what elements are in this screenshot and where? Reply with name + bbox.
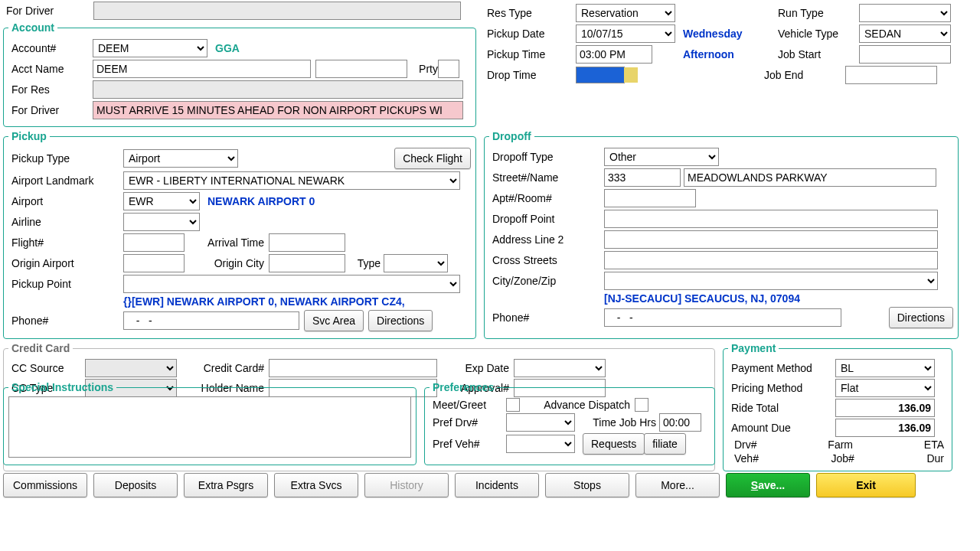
apt-input[interactable] (604, 189, 696, 207)
pickup-directions-button[interactable]: Directions (368, 310, 433, 331)
dropoff-type-select[interactable]: Other (604, 148, 719, 166)
landmark-select[interactable]: EWR - LIBERTY INTERNATIONAL NEWARK (123, 171, 460, 190)
method-label: Payment Method (728, 362, 835, 374)
drop-time-label: Drop Time (484, 69, 576, 81)
time-job-input[interactable] (659, 413, 701, 432)
airport-label: Airport (8, 195, 123, 207)
cross-label: Cross Streets (489, 254, 604, 266)
dropoff-phone-input[interactable] (604, 308, 841, 327)
job-end-input[interactable] (845, 66, 937, 84)
for-driver-label: For Driver (8, 104, 93, 116)
stops-button[interactable]: Stops (545, 473, 629, 497)
street-no-input[interactable] (604, 168, 681, 187)
dur-label: Dur (923, 452, 944, 465)
for-res-input (93, 80, 463, 99)
more-button[interactable]: More... (635, 473, 720, 497)
pickup-type-select[interactable]: Airport (123, 149, 238, 168)
job-start-input[interactable] (859, 45, 951, 64)
exp-select[interactable] (514, 359, 606, 377)
vehicle-type-label: Vehicle Type (775, 28, 859, 40)
origin-city-input[interactable] (269, 254, 345, 272)
day-name: Wednesday (675, 28, 775, 40)
origin-type-select[interactable] (384, 254, 448, 272)
pickup-fieldset: Pickup Pickup Type Airport Check Flight … (3, 130, 476, 339)
adv-checkbox[interactable] (635, 398, 648, 412)
res-type-select[interactable]: Reservation (576, 4, 675, 22)
payment-legend: Payment (728, 342, 779, 354)
addr2-input[interactable] (604, 230, 938, 249)
account-no-select[interactable]: DEEM (93, 39, 207, 57)
exit-button[interactable]: Exit (816, 473, 916, 497)
pref-veh-select[interactable] (506, 435, 575, 453)
origin-type-label: Type (345, 257, 384, 269)
street-label: Street#/Name (489, 171, 604, 184)
pricing-select[interactable]: Flat (835, 379, 935, 397)
extra-psgrs-button[interactable]: Extra Psgrs (184, 473, 268, 497)
si-legend: Special Instructions (8, 381, 116, 393)
airline-select[interactable] (123, 213, 200, 231)
pickup-time-label: Pickup Time (484, 48, 576, 60)
dropoff-point-label: Dropoff Point (489, 213, 604, 225)
ride-total-label: Ride Total (728, 402, 835, 414)
airport-select[interactable]: EWR (123, 192, 200, 210)
eta-label: ETA (921, 439, 944, 451)
pickup-date-select[interactable]: 10/07/15 (576, 24, 675, 43)
addr2-label: Address Line 2 (489, 233, 604, 246)
pickup-phone-label: Phone# (8, 315, 123, 327)
origin-airport-input[interactable] (123, 254, 185, 272)
history-button[interactable]: History (364, 473, 449, 497)
job-start-label: Job Start (775, 48, 859, 60)
pickup-point-select[interactable] (123, 275, 460, 293)
acct-name-input[interactable] (93, 60, 311, 78)
arrival-input[interactable] (269, 233, 345, 252)
drop-time-input[interactable] (576, 67, 625, 83)
vehicle-type-select[interactable]: SEDAN (859, 24, 951, 43)
requests-button[interactable]: Requests (583, 433, 645, 455)
svc-area-button[interactable]: Svc Area (304, 310, 364, 331)
street-name-input[interactable] (684, 168, 936, 187)
acct-name-label: Acct Name (8, 63, 93, 75)
airline-label: Airline (8, 216, 123, 228)
cc-number-input[interactable] (269, 359, 437, 377)
flight-label: Flight# (8, 236, 123, 249)
pickup-time-input[interactable] (576, 45, 652, 64)
commissions-button[interactable]: Commissions (3, 473, 87, 497)
for-driver-input[interactable] (93, 101, 463, 119)
pickup-phone-input[interactable] (123, 311, 299, 330)
run-type-select[interactable] (859, 4, 951, 22)
dropoff-point-input[interactable] (604, 210, 938, 228)
filiate-button[interactable]: filiate (644, 433, 686, 455)
origin-city-label: Origin City (185, 257, 269, 269)
dropoff-legend: Dropoff (489, 130, 534, 142)
si-textarea[interactable] (8, 396, 411, 458)
cc-number-label: Credit Card# (177, 362, 269, 374)
pickup-date-label: Pickup Date (484, 28, 576, 40)
airport-note: NEWARK AIRPORT 0 (200, 195, 315, 207)
pref-drv-select[interactable] (506, 413, 575, 432)
extra-svcs-button[interactable]: Extra Svcs (274, 473, 358, 497)
check-flight-button[interactable]: Check Flight (394, 148, 471, 169)
dropoff-type-label: Dropoff Type (489, 151, 604, 163)
save-button[interactable]: SSave...ave... (726, 473, 810, 497)
cross-input[interactable] (604, 251, 938, 269)
prty-input[interactable] (438, 60, 459, 78)
deposits-button[interactable]: Deposits (93, 473, 178, 497)
acct-name2-input[interactable] (315, 60, 407, 78)
landmark-label: Airport Landmark (8, 174, 123, 187)
exp-label: Exp Date (437, 362, 514, 374)
job-label: Job# (828, 452, 854, 465)
pref-veh-label: Pref Veh# (430, 438, 506, 450)
account-code: GGA (215, 42, 240, 54)
arrival-label: Arrival Time (185, 236, 269, 249)
method-select[interactable]: BL (835, 359, 935, 377)
flight-input[interactable] (123, 233, 185, 252)
incidents-button[interactable]: Incidents (455, 473, 539, 497)
pickup-address-line: {}[EWR] NEWARK AIRPORT 0, NEWARK AIRPORT… (123, 295, 405, 308)
czz-select[interactable] (604, 272, 938, 290)
cc-source-label: CC Source (8, 362, 85, 374)
ride-total-value (835, 399, 935, 417)
meet-checkbox[interactable] (506, 398, 520, 412)
dropoff-directions-button[interactable]: Directions (889, 307, 953, 328)
dropoff-fieldset: Dropoff Dropoff Type Other Street#/Name … (484, 130, 959, 339)
veh-label: Veh# (731, 452, 759, 465)
